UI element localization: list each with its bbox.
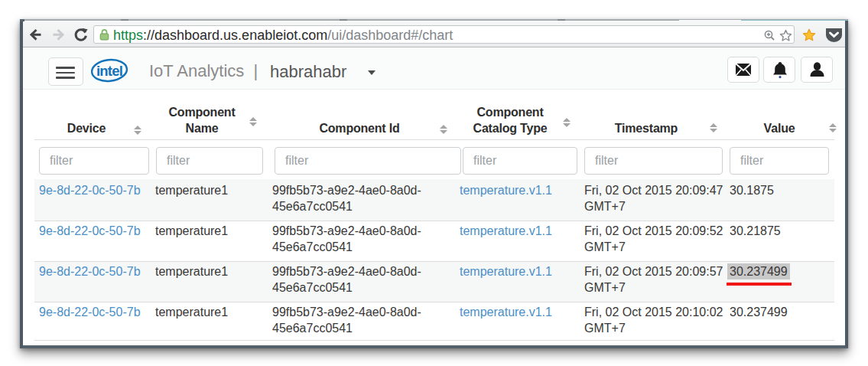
svg-text:intel: intel	[96, 63, 122, 79]
